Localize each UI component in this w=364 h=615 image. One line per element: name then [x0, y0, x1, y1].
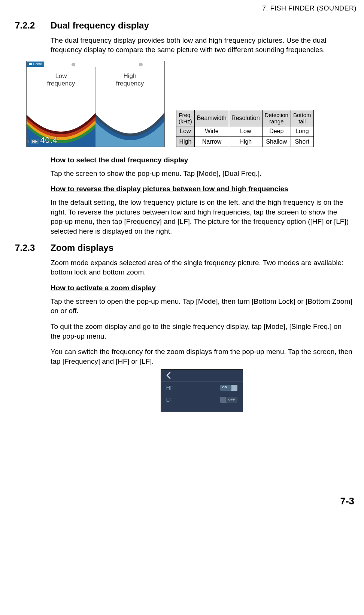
page-number: 7-3 — [15, 495, 354, 508]
lf-label: LF — [166, 396, 173, 404]
subheading-activate-zoom: How to activate a zoom display — [51, 283, 353, 293]
chevron-left-icon — [166, 372, 171, 379]
lf-toggle-off[interactable]: OFF — [220, 397, 237, 403]
section-number-7-2-2: 7.2.2 — [15, 20, 51, 32]
intro-paragraph-7-2-2: The dual frequency display provides both… — [51, 36, 353, 55]
hf-toggle-row[interactable]: HF ON — [161, 382, 243, 394]
lf-toggle-row[interactable]: LF OFF — [161, 394, 243, 406]
low-frequency-label: Lowfrequency — [27, 72, 95, 88]
paragraph: Tap the screen to open the pop-up menu. … — [51, 297, 353, 316]
frequency-popup-figure: HF ON LF OFF — [161, 369, 243, 412]
section-title-zoom-displays: Zoom displays — [51, 242, 113, 254]
dual-frequency-figure: Home Lowfrequency Highfrequency ft — [26, 61, 165, 147]
depth-readout: ft HF 40.4 — [27, 135, 58, 146]
subheading-select-dual-freq: How to select the dual frequency display — [51, 155, 353, 165]
paragraph: You can switch the frequency for the zoo… — [51, 347, 353, 366]
section-title-dual-frequency: Dual frequency display — [51, 20, 149, 32]
col-header-resolution: Resolution — [229, 110, 262, 126]
table-row: Low Wide Low Deep Long — [176, 126, 314, 136]
col-header-detection-range: Detectionrange — [262, 110, 291, 126]
subheading-reverse-pictures: How to reverse the display pictures betw… — [51, 184, 353, 194]
frequency-comparison-table: Freq.(kHz) Beamwidth Resolution Detectio… — [176, 110, 314, 147]
col-header-beamwidth: Beamwidth — [194, 110, 229, 126]
intro-paragraph-7-2-3: Zoom mode expands selected area of the s… — [51, 258, 353, 277]
high-frequency-label: Highfrequency — [95, 72, 164, 88]
col-header-bottom-tail: Bottomtail — [291, 110, 313, 126]
paragraph: In the default setting, the low frequenc… — [51, 198, 353, 236]
paragraph: To quit the zoom display and go to the s… — [51, 322, 353, 341]
table-row: High Narrow High Shallow Short — [176, 136, 314, 147]
paragraph: Tap the screen to show the pop-up menu. … — [51, 169, 353, 178]
back-button[interactable] — [161, 370, 243, 382]
home-button[interactable]: Home — [27, 62, 44, 67]
hf-toggle-on[interactable]: ON — [220, 385, 237, 391]
hf-label: HF — [166, 384, 174, 392]
menu-dot-icon — [139, 63, 143, 66]
menu-dot-icon — [72, 63, 75, 66]
chapter-header: 7. FISH FINDER (SOUNDER) — [15, 4, 357, 13]
section-number-7-2-3: 7.2.3 — [15, 242, 51, 254]
col-header-freq: Freq.(kHz) — [176, 110, 195, 126]
